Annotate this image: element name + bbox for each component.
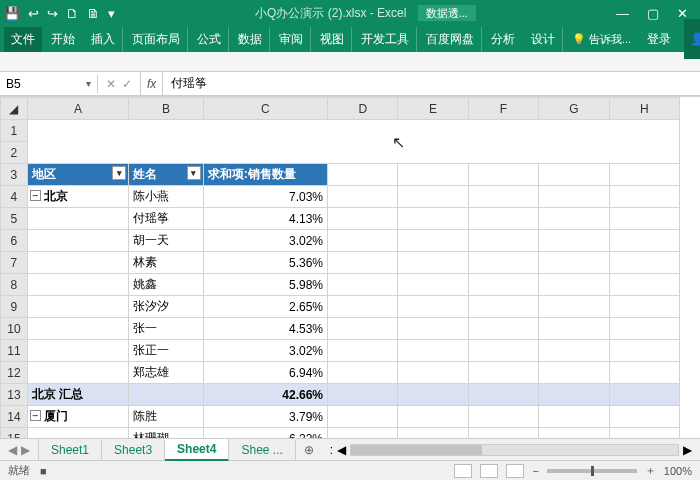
tell-me[interactable]: 💡告诉我... xyxy=(565,28,638,51)
sheet-nav-prev-icon[interactable]: ◀ xyxy=(8,443,17,457)
cell[interactable]: 2.65% xyxy=(203,296,327,318)
scroll-thumb[interactable] xyxy=(351,445,482,455)
save-icon[interactable]: 💾 xyxy=(4,6,20,21)
row-header[interactable]: 14 xyxy=(1,406,28,428)
cell[interactable]: 姚鑫 xyxy=(129,274,204,296)
tab-formula[interactable]: 公式 xyxy=(190,27,229,52)
row-header[interactable]: 10 xyxy=(1,318,28,340)
row-header[interactable]: 1 xyxy=(1,120,28,142)
select-all-corner[interactable]: ◢ xyxy=(1,98,28,120)
view-normal-icon[interactable] xyxy=(454,464,472,478)
col-header[interactable]: F xyxy=(468,98,538,120)
row-header[interactable]: 11 xyxy=(1,340,28,362)
cell[interactable]: 陈小燕 xyxy=(129,186,204,208)
col-header[interactable]: B xyxy=(129,98,204,120)
cell[interactable]: 5.36% xyxy=(203,252,327,274)
subtotal-value[interactable]: 42.66% xyxy=(203,384,327,406)
pivot-header-value[interactable]: 求和项:销售数量 xyxy=(203,164,327,186)
print-icon[interactable]: 🗎 xyxy=(87,6,100,21)
row-header[interactable]: 9 xyxy=(1,296,28,318)
qat-dropdown-icon[interactable]: ▾ xyxy=(108,6,115,21)
row-header[interactable]: 13 xyxy=(1,384,28,406)
col-header[interactable]: D xyxy=(328,98,398,120)
minimize-icon[interactable]: — xyxy=(616,6,629,21)
pivot-header-region[interactable]: 地区▾ xyxy=(27,164,128,186)
cell[interactable]: 3.02% xyxy=(203,230,327,252)
add-sheet-icon[interactable]: ⊕ xyxy=(296,443,322,457)
cell[interactable]: 6.94% xyxy=(203,362,327,384)
row-header[interactable]: 15 xyxy=(1,428,28,439)
tab-file[interactable]: 文件 xyxy=(4,27,42,52)
cell[interactable]: 3.02% xyxy=(203,340,327,362)
row-header[interactable]: 8 xyxy=(1,274,28,296)
tab-design[interactable]: 设计 xyxy=(524,27,563,52)
row-header[interactable]: 6 xyxy=(1,230,28,252)
tab-layout[interactable]: 页面布局 xyxy=(125,27,188,52)
cell[interactable]: 付瑶筝 xyxy=(129,208,204,230)
scroll-right-icon[interactable]: ▶ xyxy=(683,443,692,457)
pivot-region-beijing[interactable]: −北京 xyxy=(27,186,128,208)
fx-icon[interactable]: fx xyxy=(141,72,163,95)
cell[interactable]: 7.03% xyxy=(203,186,327,208)
tab-view[interactable]: 视图 xyxy=(313,27,352,52)
sheet-tab[interactable]: Sheet3 xyxy=(102,440,165,460)
scroll-left-icon[interactable]: ◀ xyxy=(337,443,346,457)
filter-icon[interactable]: ▾ xyxy=(187,166,201,180)
cell[interactable]: 6.22% xyxy=(203,428,327,439)
macro-record-icon[interactable]: ■ xyxy=(40,465,47,477)
row-header[interactable]: 7 xyxy=(1,252,28,274)
enter-icon[interactable]: ✓ xyxy=(122,77,132,91)
spreadsheet-grid[interactable]: ↖ ◢ A B C D E F G H 1 2 3 地区▾ 姓名▾ 求和项:销售… xyxy=(0,96,700,438)
cell[interactable]: 林珊瑚 xyxy=(129,428,204,439)
sheet-tab-active[interactable]: Sheet4 xyxy=(165,439,229,461)
horizontal-scrollbar[interactable]: : ◀ ▶ xyxy=(322,443,700,457)
tab-developer[interactable]: 开发工具 xyxy=(354,27,417,52)
col-header[interactable]: E xyxy=(398,98,468,120)
zoom-slider[interactable] xyxy=(547,469,637,473)
view-layout-icon[interactable] xyxy=(480,464,498,478)
pivot-region-xiamen[interactable]: −厦门 xyxy=(27,406,128,428)
row-header[interactable]: 5 xyxy=(1,208,28,230)
cell[interactable]: 张汐汐 xyxy=(129,296,204,318)
row-header[interactable]: 2 xyxy=(1,142,28,164)
view-pagebreak-icon[interactable] xyxy=(506,464,524,478)
undo-icon[interactable]: ↩ xyxy=(28,6,39,21)
cancel-icon[interactable]: ✕ xyxy=(106,77,116,91)
cell[interactable]: 3.79% xyxy=(203,406,327,428)
sheet-tab[interactable]: Shee ... xyxy=(229,440,295,460)
cell[interactable]: 4.53% xyxy=(203,318,327,340)
chevron-down-icon[interactable]: ▾ xyxy=(86,78,91,89)
col-header[interactable]: H xyxy=(609,98,679,120)
row-header[interactable]: 4 xyxy=(1,186,28,208)
row-header[interactable]: 12 xyxy=(1,362,28,384)
cell[interactable]: 4.13% xyxy=(203,208,327,230)
new-icon[interactable]: 🗋 xyxy=(66,6,79,21)
tab-analyze[interactable]: 分析 xyxy=(484,27,522,52)
tab-review[interactable]: 审阅 xyxy=(272,27,311,52)
row-header[interactable]: 3 xyxy=(1,164,28,186)
col-header[interactable]: A xyxy=(27,98,128,120)
redo-icon[interactable]: ↪ xyxy=(47,6,58,21)
name-box[interactable]: B5▾ xyxy=(0,75,98,93)
cell[interactable]: 张正一 xyxy=(129,340,204,362)
login-button[interactable]: 登录 xyxy=(640,27,678,52)
subtotal-label[interactable]: 北京 汇总 xyxy=(27,384,128,406)
cell[interactable]: 5.98% xyxy=(203,274,327,296)
cell[interactable]: 胡一天 xyxy=(129,230,204,252)
tab-data[interactable]: 数据 xyxy=(231,27,270,52)
tab-home[interactable]: 开始 xyxy=(44,27,82,52)
zoom-in-icon[interactable]: ＋ xyxy=(645,463,656,478)
cell[interactable]: 陈胜 xyxy=(129,406,204,428)
tab-insert[interactable]: 插入 xyxy=(84,27,123,52)
col-header[interactable]: C xyxy=(203,98,327,120)
formula-bar[interactable]: 付瑶筝 xyxy=(163,73,700,94)
zoom-level[interactable]: 100% xyxy=(664,465,692,477)
sheet-tab[interactable]: Sheet1 xyxy=(39,440,102,460)
filter-icon[interactable]: ▾ xyxy=(112,166,126,180)
sheet-nav-next-icon[interactable]: ▶ xyxy=(21,443,30,457)
col-header[interactable]: G xyxy=(539,98,609,120)
pivot-header-name[interactable]: 姓名▾ xyxy=(129,164,204,186)
share-button[interactable]: 👤共享 xyxy=(684,19,700,59)
zoom-out-icon[interactable]: − xyxy=(532,465,538,477)
cell[interactable]: 林素 xyxy=(129,252,204,274)
